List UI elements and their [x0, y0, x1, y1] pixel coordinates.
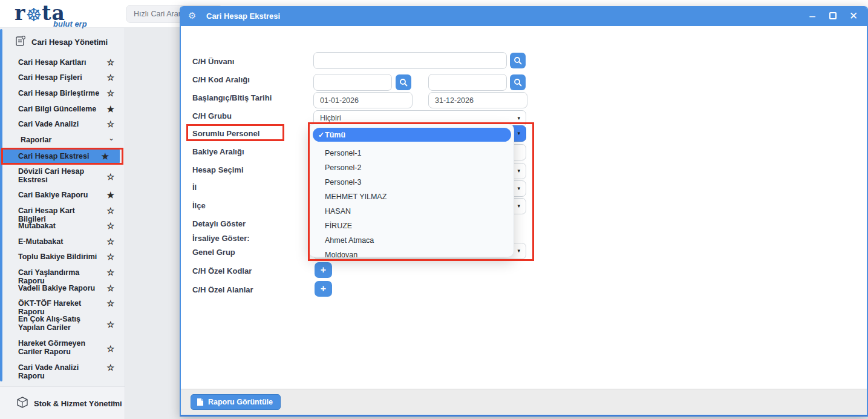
dropdown-option-mehmet-yilmaz[interactable]: MEHMET YILMAZ [325, 190, 506, 204]
label-ilce: İlçe [192, 201, 206, 210]
minimize-button[interactable]: – [805, 9, 820, 24]
star-icon[interactable]: ☆ [106, 252, 114, 262]
ch-kod-start-search-button[interactable] [396, 74, 411, 90]
ch-unvani-input[interactable] [313, 52, 507, 69]
star-icon[interactable]: ☆ [106, 268, 114, 277]
sidebar-group-raporlar[interactable]: Raporlar⌄ [0, 133, 125, 148]
select-arrow-icon: ▾ [517, 168, 520, 174]
label-irsaliye-goster: İrsaliye Göster: [192, 234, 250, 243]
dropdown-option-tumu[interactable]: ✓ Tümü [313, 128, 511, 142]
sidebar-item-hareket-gormeyen-cariler-raporu[interactable]: Hareket Görmeyen Cariler Raporu☆ [0, 336, 125, 363]
dropdown-option-personel-3[interactable]: Personel-3 [325, 175, 506, 190]
sidebar-item-okt-tof-hareket-raporu[interactable]: ÖKT-TÖF Hareket Raporu☆ [0, 296, 125, 311]
star-icon[interactable]: ☆ [106, 73, 114, 82]
star-icon[interactable]: ☆ [106, 221, 114, 231]
check-icon: ✓ [318, 128, 324, 142]
star-filled-icon[interactable]: ★ [106, 104, 114, 114]
plus-icon: + [321, 283, 326, 294]
star-icon[interactable]: ☆ [106, 283, 114, 293]
label-hesap-secimi: Hesap Seçimi [192, 165, 244, 174]
sidebar-item-cari-vade-analizi[interactable]: Cari Vade Analizi☆ [0, 117, 125, 132]
dropdown-option-ahmet-atmaca[interactable]: Ahmet Atmaca [325, 233, 506, 248]
star-filled-icon[interactable]: ★ [106, 190, 114, 200]
sidebar-item-cari-hesap-birlestirme[interactable]: Cari Hesap Birleştirme☆ [0, 86, 125, 101]
dropdown-option-personel-2[interactable]: Personel-2 [325, 160, 506, 175]
label-genel-grup: Genel Grup [192, 248, 235, 257]
select-arrow-icon: ▾ [517, 248, 520, 254]
sorumlu-personel-dropdown: ✓ Tümü Personel-1 Personel-2 Personel-3 … [308, 124, 514, 257]
select-arrow-icon: ▾ [517, 203, 520, 209]
sidebar-item-cari-bakiye-raporu[interactable]: Cari Bakiye Raporu★ [0, 188, 125, 203]
dropdown-option-personel-1[interactable]: Personel-1 [325, 146, 506, 160]
modal-title: Cari Hesap Ekstresi [206, 12, 280, 21]
sidebar-item-toplu-bakiye-bildirimi[interactable]: Toplu Bakiye Bildirimi☆ [0, 249, 125, 265]
search-icon [514, 58, 522, 67]
modal-title-bar[interactable]: ⚙ Cari Hesap Ekstresi – ✕ [181, 6, 867, 26]
chevron-down-icon: ⌄ [92, 35, 99, 44]
ch-unvani-search-button[interactable] [510, 53, 526, 68]
maximize-button[interactable] [826, 9, 840, 24]
star-filled-icon[interactable]: ★ [101, 151, 109, 161]
search-icon [399, 79, 408, 88]
sidebar-item-en-cok-alis-satis-yapilan-cariler[interactable]: En Çok Alış-Satış Yapılan Cariler☆ [0, 312, 125, 338]
logo-subtitle: bulut erp [53, 19, 87, 28]
select-arrow-icon: ▾ [517, 185, 520, 191]
dropdown-option-firuze[interactable]: FİRUZE [325, 219, 506, 233]
label-detayli-goster: Detaylı Göster [192, 219, 246, 228]
app-logo: r☸ta bulut erp [15, 2, 123, 27]
chevron-down-icon: ⌄ [108, 134, 114, 142]
sidebar-item-e-mutabakat[interactable]: E-Mutabakat☆ [0, 234, 125, 249]
ch-kod-end-search-button[interactable] [510, 74, 526, 90]
sidebar-section-cari-hesap-yonetimi[interactable]: Cari Hesap Yönetimi ⌄ [0, 33, 125, 51]
modal-cari-hesap-ekstresi: ⚙ Cari Hesap Ekstresi – ✕ C/H Ünvanı C/H… [180, 6, 868, 417]
star-icon[interactable]: ☆ [106, 88, 114, 98]
star-icon[interactable]: ☆ [106, 320, 114, 329]
ch-kod-start-input[interactable] [313, 74, 392, 91]
ship-wheel-icon: ☸ [25, 4, 42, 25]
star-icon[interactable]: ☆ [106, 344, 114, 354]
label-ch-kod-araligi: C/H Kod Aralığı [192, 75, 250, 84]
sidebar-item-cari-bilgi-guncelleme[interactable]: Cari Bilgi Güncelleme★ [0, 102, 125, 117]
label-baslangic-bitis-tarihi: Başlangıç/Bitiş Tarihi [192, 93, 272, 102]
select-arrow-icon: ▾ [517, 130, 520, 136]
star-icon[interactable]: ☆ [106, 237, 114, 246]
sidebar-item-vadeli-bakiye-raporu[interactable]: Vadeli Bakiye Raporu☆ [0, 281, 125, 296]
sidebar-item-cari-hesap-ekstresi[interactable]: Cari Hesap Ekstresi★ [3, 149, 120, 163]
label-bakiye-araligi: Bakiye Aralığı [192, 147, 244, 156]
sidebar-item-cari-hesap-fisleri[interactable]: Cari Hesap Fişleri☆ [0, 70, 125, 85]
sidebar-item-cari-hesap-kart-bilgileri[interactable]: Cari Hesap Kart Bilgileri☆ [0, 203, 125, 219]
plus-icon: + [321, 265, 326, 275]
sidebar-item-cari-yaslandirma-raporu[interactable]: Cari Yaşlandırma Raporu☆ [0, 265, 125, 280]
label-sorumlu-personel: Sorumlu Personel [192, 129, 259, 138]
dropdown-option-hasan[interactable]: HASAN [325, 204, 506, 219]
chevron-left-icon: ‹ [113, 397, 115, 406]
ch-ozel-alanlar-add-button[interactable]: + [315, 281, 332, 297]
ch-ozel-kodlar-add-button[interactable]: + [315, 262, 332, 278]
box-icon [16, 396, 29, 412]
star-icon[interactable]: ☆ [106, 363, 114, 372]
start-date-input[interactable] [313, 92, 413, 108]
star-icon[interactable]: ☆ [106, 172, 114, 182]
star-icon[interactable]: ☆ [106, 299, 114, 308]
sidebar-item-mutabakat[interactable]: Mutabakat☆ [0, 219, 125, 234]
dropdown-option-moldovan[interactable]: Moldovan [325, 248, 506, 262]
end-date-input[interactable] [428, 92, 527, 108]
label-ch-grubu: C/H Grubu [192, 111, 232, 120]
label-ch-ozel-kodlar: C/H Özel Kodlar [192, 266, 252, 275]
sidebar: Cari Hesap Yönetimi ⌄ Cari Hesap Kartlar… [0, 28, 125, 419]
star-icon[interactable]: ☆ [106, 58, 114, 67]
view-report-button[interactable]: Raporu Görüntüle [191, 394, 281, 410]
sidebar-section-stok-hizmet-yonetimi[interactable]: Stok & Hizmet Yönetimi ‹ [0, 386, 125, 419]
search-icon [514, 79, 522, 88]
star-icon[interactable]: ☆ [106, 119, 114, 129]
star-icon[interactable]: ☆ [106, 206, 114, 216]
modal-body: C/H Ünvanı C/H Kod Aralığı Başlangıç/Bit… [181, 26, 867, 389]
sidebar-item-cari-vade-analizi-raporu[interactable]: Cari Vade Analizi Raporu☆ [0, 360, 125, 375]
select-arrow-icon: ▾ [517, 115, 520, 121]
sidebar-item-dovizli-cari-hesap-ekstresi[interactable]: Dövizli Cari Hesap Ekstresi☆ [0, 164, 125, 191]
logo-text-left: r [15, 1, 25, 25]
sidebar-item-cari-hesap-kartlari[interactable]: Cari Hesap Kartları☆ [0, 55, 125, 70]
card-icon [15, 35, 27, 50]
close-button[interactable]: ✕ [846, 9, 861, 24]
ch-kod-end-input[interactable] [428, 74, 507, 91]
